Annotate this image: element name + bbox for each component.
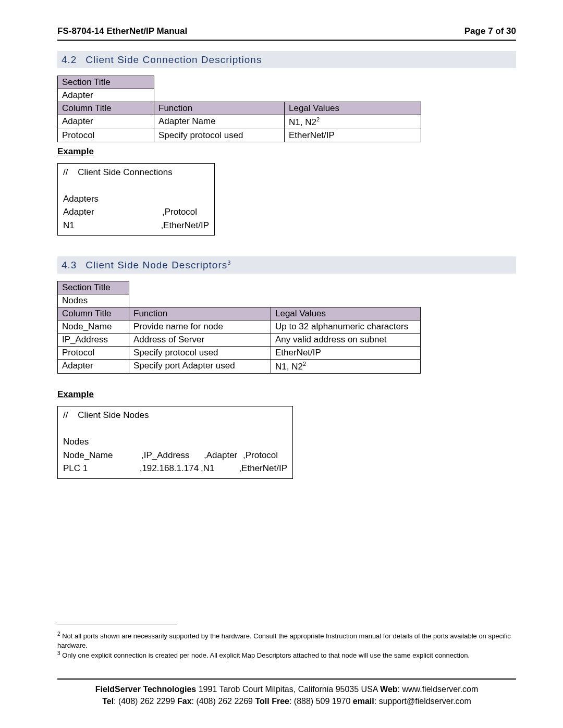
table-cell: Specify protocol used: [129, 347, 271, 360]
section-title: Client Side Connection Descriptions: [85, 54, 262, 65]
table-cell: Adapter: [58, 360, 129, 374]
example-label: Example: [57, 146, 516, 157]
table-cell: Specify port Adapter used: [129, 360, 271, 374]
footnotes: 2 Not all ports shown are necessarily su…: [57, 624, 516, 660]
table-header: Legal Values: [271, 307, 421, 320]
table-header: Section Title: [58, 281, 129, 294]
table-header: Legal Values: [285, 102, 421, 115]
web-label: Web: [380, 685, 397, 694]
table-cell: EtherNet/IP: [285, 129, 421, 142]
table-row: Adapter Adapter Name N1, N22: [58, 115, 421, 129]
table-cell: N1, N22: [271, 360, 421, 374]
code-line: // Client Side Nodes: [63, 409, 287, 422]
company-name: FieldServer Technologies: [95, 685, 197, 694]
footnote-ref: 3: [227, 260, 231, 266]
fax-label: Fax: [177, 697, 192, 706]
code-line: [63, 422, 287, 436]
table-cell: Up to 32 alphanumeric characters: [271, 320, 421, 334]
code-line: Adapters: [63, 192, 209, 206]
company-address: 1991 Tarob Court Milpitas, California 95…: [196, 685, 380, 694]
fax-value: : (408) 262 2269: [192, 697, 255, 706]
table-row: Protocol Specify protocol used EtherNet/…: [58, 347, 421, 360]
document-footer: FieldServer Technologies 1991 Tarob Cour…: [57, 678, 516, 707]
footnote-3: 3 Only one explicit connection is create…: [57, 650, 516, 660]
email-label: email: [353, 697, 374, 706]
section-4-2-table: Section Title Adapter Column Title Funct…: [57, 76, 421, 142]
code-line: PLC 1 ,192.168.1.174 ,N1 ,EtherNet/IP: [63, 462, 287, 475]
table-cell: N1, N22: [285, 115, 421, 129]
example-box-4-3: // Client Side Nodes Nodes Node_Name ,IP…: [57, 406, 293, 479]
table-cell: Adapter: [58, 115, 154, 129]
table-cell: Node_Name: [58, 320, 129, 334]
table-cell: Protocol: [58, 129, 154, 142]
section-number: 4.2: [62, 54, 82, 66]
code-line: Adapter,Protocol: [63, 205, 209, 219]
section-4-3-heading: 4.3 Client Side Node Descriptors3: [57, 256, 516, 274]
example-box-4-2: // Client Side Connections Adapters Adap…: [57, 163, 215, 236]
table-header: Function: [154, 102, 285, 115]
code-line: // Client Side Connections: [63, 166, 209, 179]
code-line: Nodes: [63, 435, 287, 449]
example-label: Example: [57, 389, 516, 400]
table-cell: Provide name for node: [129, 320, 271, 334]
section-number: 4.3: [62, 260, 82, 271]
table-header: Function: [129, 307, 271, 320]
tel-label: Tel: [102, 697, 114, 706]
table-cell: Adapter: [58, 89, 154, 102]
table-cell: Adapter Name: [154, 115, 285, 129]
section-4-2-heading: 4.2 Client Side Connection Descriptions: [57, 51, 516, 68]
table-cell: Protocol: [58, 347, 129, 360]
table-cell: Address of Server: [129, 334, 271, 347]
section-title: Client Side Node Descriptors: [85, 260, 227, 270]
table-cell: Nodes: [58, 294, 129, 307]
table-row: Adapter Specify port Adapter used N1, N2…: [58, 360, 421, 374]
table-row: IP_Address Address of Server Any valid a…: [58, 334, 421, 347]
doc-title: FS-8704-14 EtherNet/IP Manual: [57, 26, 187, 36]
tollfree-label: Toll Free: [255, 697, 289, 706]
web-value: : www.fieldserver.com: [398, 685, 479, 694]
tel-value: : (408) 262 2299: [114, 697, 177, 706]
table-row: Protocol Specify protocol used EtherNet/…: [58, 129, 421, 142]
code-line: Node_Name ,IP_Address ,Adapter ,Protocol: [63, 449, 287, 462]
document-header: FS-8704-14 EtherNet/IP Manual Page 7 of …: [57, 26, 516, 41]
section-4-3-table: Section Title Nodes Column Title Functio…: [57, 281, 421, 374]
table-header: Column Title: [58, 307, 129, 320]
table-cell: IP_Address: [58, 334, 129, 347]
table-header: Column Title: [58, 102, 154, 115]
table-cell: Specify protocol used: [154, 129, 285, 142]
table-header: Section Title: [58, 76, 154, 89]
table-cell: Any valid address on subnet: [271, 334, 421, 347]
footnote-2: 2 Not all ports shown are necessarily su…: [57, 631, 516, 650]
tollfree-value: : (888) 509 1970: [289, 697, 353, 706]
table-cell: EtherNet/IP: [271, 347, 421, 360]
page-number: Page 7 of 30: [464, 26, 516, 36]
email-value: : support@fieldserver.com: [374, 697, 471, 706]
code-line: [63, 179, 209, 192]
code-line: N1,EtherNet/IP: [63, 219, 209, 232]
table-row: Node_Name Provide name for node Up to 32…: [58, 320, 421, 334]
